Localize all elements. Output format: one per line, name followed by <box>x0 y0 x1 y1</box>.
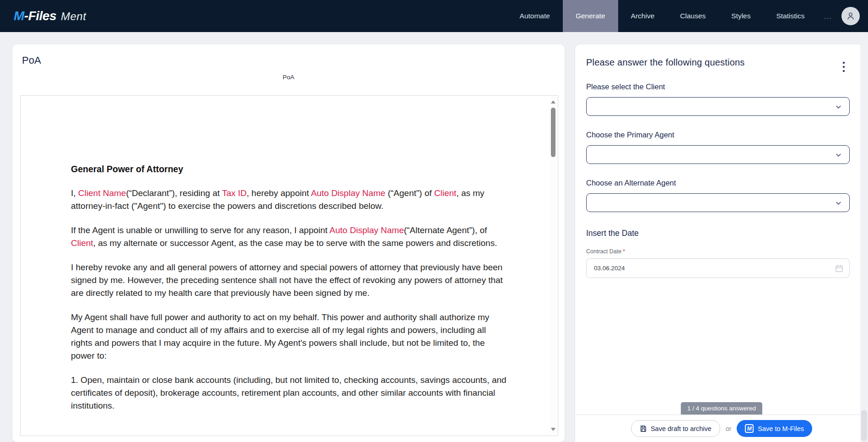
user-icon <box>846 11 856 21</box>
questions-panel-title: Please answer the following questions <box>586 57 850 68</box>
nav-overflow-ellipsis[interactable]: ... <box>817 12 839 20</box>
primary-agent-select[interactable] <box>586 145 850 164</box>
question-label-primary-agent: Choose the Primary Agent <box>586 131 850 139</box>
contract-date-value: 03.06.2024 <box>594 265 625 272</box>
actions-footer: Save draft to archive or M Save to M-Fil… <box>575 415 868 442</box>
placeholder-field[interactable]: Auto Display Name <box>311 188 386 198</box>
scroll-down-arrow-icon[interactable] <box>551 428 555 431</box>
questions-panel: Please answer the following questions Pl… <box>575 44 868 442</box>
user-avatar[interactable] <box>841 7 860 25</box>
main-nav: AutomateGenerateArchiveClausesStylesStat… <box>507 0 818 32</box>
nav-item-styles[interactable]: Styles <box>718 0 763 32</box>
question-label-alternate-agent: Choose an Alternate Agent <box>586 179 850 187</box>
placeholder-field[interactable]: Tax ID <box>222 188 247 198</box>
document-title: PoA <box>22 55 41 66</box>
mfiles-m-icon: M <box>745 424 754 433</box>
document-tab-label[interactable]: PoA <box>12 74 565 81</box>
client-select[interactable] <box>586 97 850 116</box>
chevron-down-icon <box>835 152 842 158</box>
chevron-down-icon <box>835 104 842 110</box>
nav-item-statistics[interactable]: Statistics <box>763 0 817 32</box>
nav-item-clauses[interactable]: Clauses <box>667 0 718 32</box>
save-draft-button[interactable]: Save draft to archive <box>631 420 720 437</box>
or-separator: or <box>726 425 731 432</box>
document-paragraph: I hereby revoke any and all general powe… <box>71 261 507 300</box>
document-paragraphs: I, Client Name(“Declarant”), residing at… <box>71 187 507 412</box>
document-viewport: General Power of Attorney I, Client Name… <box>20 95 558 436</box>
ment-wordmark: Ment <box>61 10 86 23</box>
nav-item-generate[interactable]: Generate <box>563 0 618 32</box>
document-scrollbar-thumb[interactable] <box>551 108 555 157</box>
contract-date-input[interactable]: 03.06.2024 <box>586 258 850 278</box>
question-label-client: Please select the Client <box>586 82 850 91</box>
nav-item-archive[interactable]: Archive <box>618 0 668 32</box>
document-heading: General Power of Attorney <box>71 163 507 175</box>
required-asterisk: * <box>623 248 625 255</box>
save-floppy-icon <box>640 425 647 432</box>
questions-progress-badge: 1 / 4 questions answered <box>681 402 762 415</box>
document-paragraph: 1. Open, maintain or close bank accounts… <box>71 374 507 412</box>
page-scrollbar-thumb[interactable] <box>861 410 867 441</box>
document-body: General Power of Attorney I, Client Name… <box>71 163 507 424</box>
placeholder-field[interactable]: Auto Display Name <box>329 225 404 235</box>
document-paragraph: I, Client Name(“Declarant”), residing at… <box>71 187 507 213</box>
document-preview-card: PoA PoA General Power of Attorney I, Cli… <box>12 44 565 442</box>
save-to-mfiles-button[interactable]: M Save to M-Files <box>737 420 812 437</box>
contract-date-label: Contract Date* <box>586 248 850 255</box>
mfiles-wordmark: M-Files <box>14 9 56 23</box>
calendar-icon[interactable] <box>835 264 843 273</box>
scroll-up-arrow-icon[interactable] <box>551 100 555 104</box>
top-navbar: M-Files Ment AutomateGenerateArchiveClau… <box>0 0 868 32</box>
placeholder-field[interactable]: Client <box>71 238 93 248</box>
chevron-down-icon <box>835 200 842 207</box>
placeholder-field[interactable]: Client Name <box>78 188 126 198</box>
question-label-date: Insert the Date <box>586 229 850 238</box>
placeholder-field[interactable]: Client <box>434 188 457 198</box>
document-paragraph: If the Agent is unable or unwilling to s… <box>71 224 507 250</box>
document-paragraph: My Agent shall have full power and autho… <box>71 311 507 362</box>
page-scrollbar[interactable] <box>860 32 868 442</box>
document-scrollbar[interactable] <box>550 97 557 435</box>
alternate-agent-select[interactable] <box>586 193 850 212</box>
nav-item-automate[interactable]: Automate <box>507 0 563 32</box>
mfiles-ment-logo[interactable]: M-Files Ment <box>14 9 86 23</box>
